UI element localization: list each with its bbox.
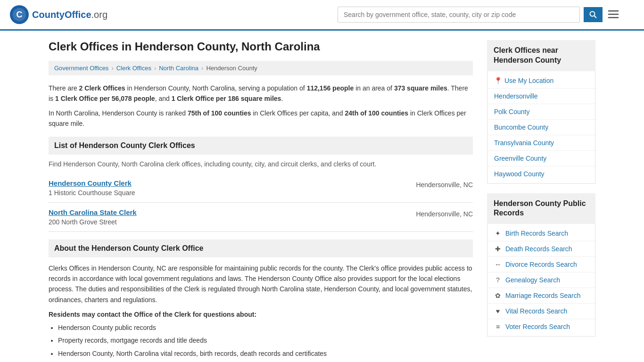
sidebar-nearby-body: 📍 Use My Location Hendersonville Polk Co… (487, 71, 595, 184)
sidebar-item-haywood-county[interactable]: Haywood County (487, 166, 595, 181)
sidebar-public-records-body: ✦ Birth Records Search ✚ Death Records S… (487, 224, 595, 337)
location-pin-icon: 📍 (494, 77, 502, 84)
divorce-records-icon: ↔ (494, 261, 502, 268)
sidebar-public-records-header: Henderson County Public Records (487, 193, 595, 224)
death-records-link[interactable]: Death Records Search (505, 245, 572, 253)
sidebar-item-birth-records[interactable]: ✦ Birth Records Search (487, 226, 595, 241)
list-section-header: List of Henderson County Clerk Offices (49, 137, 473, 155)
sidebar-item-voter-records[interactable]: ≡ Voter Records Search (487, 319, 595, 334)
sidebar-item-transylvania-county[interactable]: Transylvania County (487, 135, 595, 151)
sidebar-nearby-section: Clerk Offices near Henderson County 📍 Us… (487, 40, 595, 184)
office-entry-1: Henderson County Clerk 1 Historic Courth… (49, 173, 473, 203)
divorce-records-link[interactable]: Divorce Records Search (505, 261, 577, 268)
svg-rect-7 (608, 17, 619, 18)
sidebar-public-records-section: Henderson County Public Records ✦ Birth … (487, 193, 595, 337)
genealogy-link[interactable]: Genealogy Search (505, 276, 560, 284)
office-name-2[interactable]: North Carolina State Clerk (49, 208, 137, 216)
sidebar: Clerk Offices near Henderson County 📍 Us… (487, 40, 595, 361)
logo-icon: C (9, 5, 29, 25)
sidebar-item-genealogy[interactable]: ? Genealogy Search (487, 272, 595, 288)
hendersonville-link[interactable]: Hendersonville (494, 92, 538, 100)
logo-area: C CountyOffice.org (9, 5, 107, 25)
svg-rect-5 (608, 10, 619, 12)
list-item: Property records, mortgage records and t… (58, 335, 473, 346)
office-row-2: North Carolina State Clerk 200 North Gro… (49, 208, 473, 226)
list-item: Henderson County public records (58, 322, 473, 334)
rank-capita: 75th of 100 counties (188, 109, 251, 117)
breadcrumb-clerk-offices[interactable]: Clerk Offices (116, 65, 151, 72)
content: Clerk Offices in Henderson County, North… (49, 40, 473, 361)
breadcrumb-north-carolina[interactable]: North Carolina (159, 65, 198, 72)
breadcrumb-government-offices[interactable]: Government Offices (54, 65, 108, 72)
search-area (338, 7, 620, 23)
search-input[interactable] (338, 7, 580, 23)
birth-records-link[interactable]: Birth Records Search (505, 230, 568, 237)
search-button[interactable] (584, 7, 603, 22)
svg-text:C: C (17, 10, 23, 19)
list-item: Henderson County, North Carolina vital r… (58, 348, 473, 360)
residents-header: Residents may contact the Office of the … (49, 311, 473, 318)
per-sqmile: 1 Clerk Office per 186 square miles (172, 95, 281, 102)
main: Clerk Offices in Henderson County, North… (39, 31, 605, 362)
per-capita: 1 Clerk Office per 56,078 people (55, 95, 155, 102)
breadcrumb-sep-1: › (111, 65, 113, 72)
residents-list: Henderson County public records Property… (49, 322, 473, 360)
death-records-icon: ✚ (494, 245, 502, 253)
genealogy-icon: ? (494, 276, 502, 284)
breadcrumb-henderson-county: Henderson County (206, 65, 257, 72)
office-address-2: 200 North Grove Street (49, 218, 137, 226)
sidebar-item-vital-records[interactable]: ♥ Vital Records Search (487, 304, 595, 319)
office-row-1: Henderson County Clerk 1 Historic Courth… (49, 179, 473, 197)
list-section-subtext: Find Henderson County, North Carolina cl… (49, 160, 473, 168)
area: 373 square miles (394, 84, 447, 92)
sidebar-item-buncombe-county[interactable]: Buncombe County (487, 120, 595, 135)
office-city-2: Hendersonville, NC (416, 210, 473, 218)
breadcrumb: Government Offices › Clerk Offices › Nor… (49, 61, 473, 75)
description: There are 2 Clerk Offices in Henderson C… (49, 83, 473, 129)
header: C CountyOffice.org (0, 0, 644, 31)
transylvania-county-link[interactable]: Transylvania County (494, 139, 554, 147)
svg-line-4 (594, 16, 597, 18)
hamburger-icon (608, 9, 619, 19)
marriage-records-icon: ✿ (494, 292, 502, 299)
office-entry-2: North Carolina State Clerk 200 North Gro… (49, 203, 473, 232)
marriage-records-link[interactable]: Marriage Records Search (505, 292, 581, 299)
sidebar-item-marriage-records[interactable]: ✿ Marriage Records Search (487, 288, 595, 304)
description-line1: There are 2 Clerk Offices in Henderson C… (49, 83, 473, 104)
sidebar-item-polk-county[interactable]: Polk County (487, 104, 595, 120)
rank-sqmile: 24th of 100 counties (345, 109, 408, 117)
about-section-header: About the Henderson County Clerk Office (49, 239, 473, 257)
office-name-1[interactable]: Henderson County Clerk (49, 179, 135, 187)
greenville-county-link[interactable]: Greenville County (494, 155, 546, 162)
voter-records-link[interactable]: Voter Records Search (505, 323, 570, 330)
voter-records-icon: ≡ (494, 323, 502, 330)
page-title: Clerk Offices in Henderson County, North… (49, 40, 473, 53)
population: 112,156 people (307, 84, 354, 92)
svg-rect-6 (608, 14, 619, 15)
vital-records-link[interactable]: Vital Records Search (505, 307, 567, 315)
office-city-1: Hendersonville, NC (416, 181, 473, 189)
menu-button[interactable] (606, 7, 620, 23)
sidebar-item-death-records[interactable]: ✚ Death Records Search (487, 241, 595, 257)
sidebar-item-greenville-county[interactable]: Greenville County (487, 151, 595, 166)
clerk-count: 2 Clerk Offices (79, 84, 125, 92)
birth-records-icon: ✦ (494, 230, 502, 237)
haywood-county-link[interactable]: Haywood County (494, 170, 545, 178)
use-location-link[interactable]: Use My Location (504, 77, 553, 84)
description-line2: In North Carolina, Henderson County is r… (49, 108, 473, 129)
vital-records-icon: ♥ (494, 307, 502, 315)
search-icon (589, 11, 597, 18)
office-address-1: 1 Historic Courthouse Square (49, 189, 135, 197)
logo-text: CountyOffice.org (32, 9, 107, 20)
sidebar-item-hendersonville[interactable]: Hendersonville (487, 89, 595, 104)
breadcrumb-sep-2: › (154, 65, 156, 72)
svg-point-3 (590, 12, 595, 16)
breadcrumb-sep-3: › (201, 65, 203, 72)
sidebar-item-divorce-records[interactable]: ↔ Divorce Records Search (487, 257, 595, 272)
polk-county-link[interactable]: Polk County (494, 108, 529, 115)
sidebar-item-use-location[interactable]: 📍 Use My Location (487, 73, 595, 89)
sidebar-nearby-header: Clerk Offices near Henderson County (487, 40, 595, 71)
buncombe-county-link[interactable]: Buncombe County (494, 123, 548, 131)
about-text: Clerks Offices in Henderson County, NC a… (49, 263, 473, 305)
